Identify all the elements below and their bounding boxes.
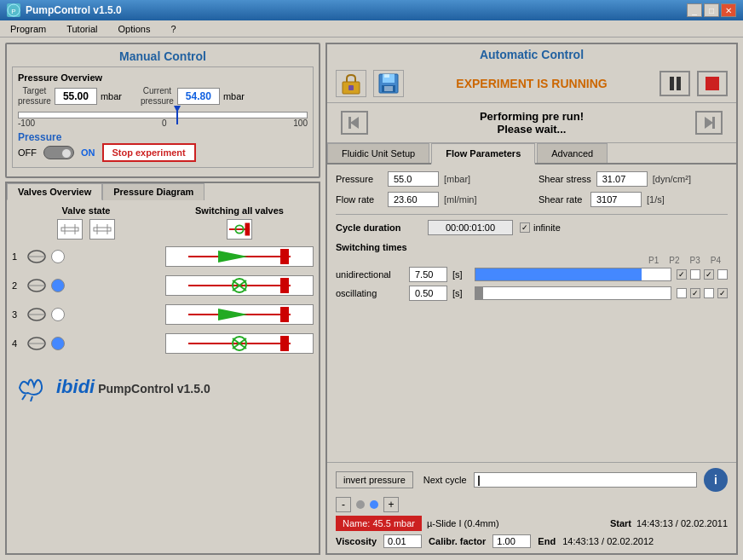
valve-circle-3 xyxy=(51,308,65,321)
slider-zero: 0 xyxy=(162,118,167,128)
stop-experiment-button[interactable]: Stop experiment xyxy=(102,143,196,162)
flow-rate-param-input[interactable] xyxy=(388,192,439,207)
manual-control-title: Manual Control xyxy=(12,49,314,63)
valve-icon-1[interactable] xyxy=(26,248,48,265)
pressure-param-unit: [mbar] xyxy=(444,174,470,184)
switching-all-icon[interactable] xyxy=(227,219,252,240)
menu-options[interactable]: Options xyxy=(114,23,153,35)
target-pressure-label: Targetpressure xyxy=(18,86,51,107)
minimize-button[interactable]: _ xyxy=(687,3,702,17)
slider-labels: -100 0 100 xyxy=(18,118,308,128)
uni-p1-checkbox[interactable]: ✓ xyxy=(677,269,687,280)
valve-icon-2[interactable] xyxy=(26,277,48,294)
uni-p3-checkbox[interactable]: ✓ xyxy=(704,269,714,280)
prev-button[interactable] xyxy=(341,111,368,135)
p3-label: P3 xyxy=(690,256,700,265)
oscillating-fill xyxy=(475,287,483,299)
flow-rate-param-unit: [ml/min] xyxy=(444,194,477,205)
unidirectional-checkboxes: ✓ ✓ xyxy=(677,269,728,280)
all-valves-icon-right[interactable] xyxy=(89,219,115,240)
svg-rect-45 xyxy=(712,117,715,129)
left-params: Pressure [mbar] Flow rate [ml/min] xyxy=(336,171,525,207)
current-pressure-value: 54.80 xyxy=(177,88,220,105)
viscosity-input[interactable] xyxy=(383,534,422,548)
svg-marker-20 xyxy=(218,251,248,263)
invert-row: invert pressure Next cycle i xyxy=(336,468,728,492)
start-label: Start xyxy=(610,518,631,528)
target-pressure-unit: mbar xyxy=(101,91,122,101)
invert-pressure-button[interactable]: invert pressure xyxy=(336,471,413,488)
ibidi-footer: ibidi PumpControl v1.5.0 xyxy=(7,366,319,408)
cycle-duration-input[interactable] xyxy=(428,220,513,235)
shear-stress-unit: [dyn/cm²] xyxy=(653,174,691,184)
uni-p4-checkbox[interactable] xyxy=(717,269,728,280)
experiment-name-button[interactable]: Name: 45.5 mbar xyxy=(336,516,422,531)
pressure-overview-label: Pressure Overview xyxy=(18,72,308,83)
target-pressure-value[interactable]: 55.00 xyxy=(55,88,97,105)
pressure-toggle[interactable] xyxy=(43,146,74,159)
p1-label: P1 xyxy=(648,256,659,265)
shear-stress-input[interactable] xyxy=(596,171,648,187)
valve-number-4: 4 xyxy=(12,338,22,349)
pressure-section-label: Pressure xyxy=(18,131,61,143)
tab-fluidic[interactable]: Fluidic Unit Setup xyxy=(327,143,429,163)
end-value: 14:43:13 / 02.02.2012 xyxy=(562,536,654,546)
shear-stress-row: Shear stress [dyn/cm²] xyxy=(539,171,728,187)
next-cycle-bar xyxy=(474,472,697,488)
switching-times-title: Switching times xyxy=(336,242,728,252)
tab-flow[interactable]: Flow Parameters xyxy=(431,143,535,165)
osc-p3-checkbox[interactable] xyxy=(704,288,714,298)
infinite-checkbox[interactable]: ✓ xyxy=(520,222,530,233)
osc-p1-checkbox[interactable] xyxy=(677,288,687,298)
valve-icon-3[interactable] xyxy=(26,306,48,323)
uni-p2-checkbox[interactable] xyxy=(690,269,700,280)
open-file-button[interactable] xyxy=(336,70,366,97)
valve-circle-4 xyxy=(51,337,65,350)
tab-advanced[interactable]: Advanced xyxy=(537,143,608,163)
shear-rate-input[interactable] xyxy=(590,192,642,207)
all-valves-icon-left[interactable] xyxy=(57,219,83,240)
next-button[interactable] xyxy=(695,111,723,135)
menu-program[interactable]: Program xyxy=(7,23,49,35)
save-button[interactable] xyxy=(373,70,404,97)
valve-number-1: 1 xyxy=(12,251,22,262)
pressure-overview: Pressure Overview Targetpressure 55.00 m… xyxy=(12,66,314,168)
svg-rect-18 xyxy=(245,223,251,236)
auto-toolbar: EXPERIMENT IS RUNNING xyxy=(327,65,736,103)
ibidi-brand-text: ibidi PumpControl v1.5.0 xyxy=(56,376,210,398)
valves-content: Valve state xyxy=(7,200,319,366)
cycle-duration-label: Cycle duration xyxy=(336,222,421,233)
pressure-slider-track[interactable] xyxy=(18,112,308,118)
slider-max: 100 xyxy=(293,118,308,128)
cycle-duration-row: Cycle duration ✓ infinite xyxy=(336,220,728,235)
unidirectional-input[interactable] xyxy=(409,267,447,282)
svg-marker-42 xyxy=(350,117,359,129)
on-label: ON xyxy=(81,147,95,158)
switching-section: Switching times P1 P2 P3 P4 u xyxy=(336,242,728,301)
target-pressure-field: Targetpressure 55.00 mbar xyxy=(18,86,122,107)
pressure-param-input[interactable] xyxy=(388,171,439,187)
plus-button[interactable]: + xyxy=(383,497,399,512)
minus-button[interactable]: - xyxy=(336,497,351,512)
svg-rect-41 xyxy=(384,86,393,91)
menu-help[interactable]: ? xyxy=(167,23,179,35)
current-pressure-unit: mbar xyxy=(223,91,245,101)
calibr-input[interactable] xyxy=(492,534,531,548)
tabs-row: Fluidic Unit Setup Flow Parameters Advan… xyxy=(327,143,736,165)
maximize-button[interactable]: □ xyxy=(704,3,719,17)
menu-tutorial[interactable]: Tutorial xyxy=(63,23,101,35)
stop-button[interactable] xyxy=(697,71,728,96)
tab-pressure-diagram[interactable]: Pressure Diagram xyxy=(102,183,204,200)
info-button[interactable]: i xyxy=(704,468,728,492)
title-bar-left: P PumpControl v1.5.0 xyxy=(7,3,122,17)
osc-p2-checkbox[interactable]: ✓ xyxy=(690,288,700,298)
pause-button[interactable] xyxy=(659,71,690,96)
tab-valves-overview[interactable]: Valves Overview xyxy=(7,183,102,200)
oscillating-unit: [s] xyxy=(452,288,469,298)
close-button[interactable]: ✕ xyxy=(721,3,736,17)
status-line1: Performing pre run! xyxy=(480,110,584,123)
oscillating-input[interactable] xyxy=(409,286,447,301)
valve-icon-4[interactable] xyxy=(26,335,48,352)
title-bar: P PumpControl v1.5.0 _ □ ✕ xyxy=(0,0,743,20)
osc-p4-checkbox[interactable]: ✓ xyxy=(717,288,728,298)
